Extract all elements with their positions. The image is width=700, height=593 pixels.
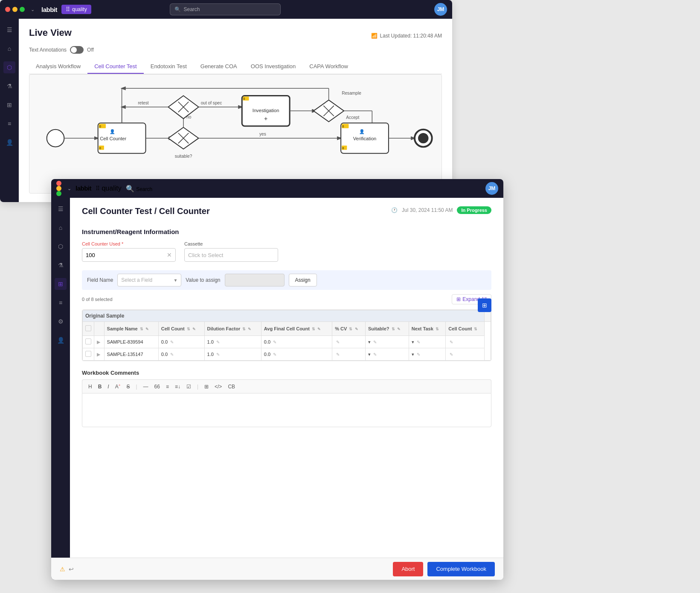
close-dot[interactable] — [5, 7, 10, 12]
row1-avg-edit[interactable]: ✎ — [273, 340, 276, 344]
sidebar-icon-user[interactable]: 👤 — [3, 136, 15, 148]
tab-oos-investigation[interactable]: OOS Investigation — [244, 60, 303, 74]
sort-icon-sample[interactable]: ⇅ — [140, 327, 143, 331]
page-title: Live View — [29, 27, 72, 38]
edit-icon-avg[interactable]: ✎ — [317, 327, 322, 332]
row2-suitable-chevron[interactable]: ▾ — [368, 352, 371, 357]
front-sidebar-user[interactable]: 👤 — [55, 334, 67, 346]
minimize-dot-front[interactable] — [56, 186, 61, 191]
editor-hr[interactable]: — — [142, 383, 150, 391]
sidebar-icon-home[interactable]: ⌂ — [3, 43, 15, 55]
back-topbar: ⌄ labbit ⠿ quality 🔍 Search JM — [0, 0, 452, 19]
search-bar[interactable]: 🔍 Search — [170, 3, 281, 15]
row1-cell2-edit[interactable]: ✎ — [450, 340, 453, 344]
editor-bold[interactable]: B — [96, 383, 104, 391]
tab-analysis-workflow[interactable]: Analysis Workflow — [29, 60, 87, 74]
editor-code[interactable]: </> — [213, 383, 224, 391]
undo-icon[interactable]: ↩ — [69, 566, 74, 573]
row1-suitable-edit[interactable]: ✎ — [373, 340, 377, 344]
row2-cv-edit[interactable]: ✎ — [336, 352, 340, 357]
sidebar-icon-flask[interactable]: ⚗ — [3, 80, 15, 92]
edit-icon-cell-count[interactable]: ✎ — [192, 327, 197, 332]
row1-task-edit[interactable]: ✎ — [417, 340, 420, 344]
front-app-badge[interactable]: ⠿ quality — [96, 185, 122, 192]
maximize-dot-front[interactable] — [56, 191, 61, 196]
tab-cell-counter-test[interactable]: Cell Counter Test — [87, 60, 143, 74]
select-all-checkbox[interactable] — [85, 325, 91, 331]
cell-counter-clear[interactable]: ✕ — [167, 252, 172, 258]
editor-h[interactable]: H — [87, 383, 94, 391]
sidebar-icon-list[interactable]: ≡ — [3, 118, 15, 130]
editor-ordered[interactable]: ≡↓ — [173, 383, 182, 391]
editor-cb[interactable]: CB — [226, 383, 237, 391]
row2-cell2-edit[interactable]: ✎ — [450, 352, 453, 357]
field-select[interactable]: Select a Field ▼ — [117, 274, 181, 286]
row1-dilution-edit[interactable]: ✎ — [216, 340, 220, 344]
editor-bullet[interactable]: ≡ — [164, 383, 171, 391]
expand-panel-icon[interactable]: ⊞ — [478, 298, 491, 312]
edit-icon-suitable[interactable]: ✎ — [396, 327, 401, 332]
row2-avg-edit[interactable]: ✎ — [273, 352, 276, 357]
sidebar-icon-workflow[interactable]: ⬡ — [3, 61, 15, 73]
front-sidebar-settings[interactable]: ⚙ — [55, 315, 67, 327]
row2-edit-icon[interactable]: ✎ — [170, 352, 174, 357]
edit-icon-sample[interactable]: ✎ — [145, 327, 150, 332]
editor-num[interactable]: 66 — [153, 383, 162, 391]
row1-checkbox[interactable] — [83, 336, 94, 348]
tab-capa-workflow[interactable]: CAPA Workflow — [302, 60, 355, 74]
cell-counter-input[interactable]: 100 ✕ — [82, 248, 176, 262]
row2-task-chevron[interactable]: ▾ — [412, 352, 414, 357]
minimize-dot[interactable] — [12, 7, 17, 12]
edit-icon-dilution[interactable]: ✎ — [247, 327, 252, 332]
row1-cv-edit[interactable]: ✎ — [336, 340, 340, 344]
sort-icon-cell-count[interactable]: ⇅ — [187, 327, 190, 331]
sort-icon-dilution[interactable]: ⇅ — [242, 327, 246, 331]
front-sidebar-workflow[interactable]: ⬡ — [55, 240, 67, 252]
row1-check[interactable] — [85, 338, 91, 344]
row1-edit-icon[interactable]: ✎ — [170, 340, 174, 344]
row2-dilution: 1.0 ✎ — [204, 348, 261, 361]
row1-expand[interactable]: ▶ — [94, 336, 105, 348]
front-sidebar-list[interactable]: ≡ — [55, 297, 67, 309]
close-dot-front[interactable] — [56, 181, 61, 186]
front-sidebar-home[interactable]: ⌂ — [55, 222, 67, 234]
editor-strikethrough[interactable]: S — [125, 383, 131, 391]
table-row: ▶ SAMPLE-135147 0.0 ✎ 1.0 ✎ 0.0 ✎ — [83, 348, 491, 361]
front-sidebar-flask[interactable]: ⚗ — [55, 259, 67, 271]
sort-icon-next-task[interactable]: ⇅ — [436, 327, 439, 331]
sort-icon-cv[interactable]: ⇅ — [349, 327, 352, 331]
row2-suitable-edit[interactable]: ✎ — [373, 352, 377, 357]
front-sidebar-grid[interactable]: ⊞ — [55, 278, 67, 290]
sidebar-icon-menu[interactable]: ☰ — [3, 24, 15, 36]
complete-workbook-button[interactable]: Complete Workbook — [427, 562, 495, 576]
row2-expand[interactable]: ▶ — [94, 348, 105, 361]
abort-button[interactable]: Abort — [393, 562, 423, 576]
front-search-bar[interactable]: 🔍 Search — [126, 185, 152, 193]
sort-icon-avg[interactable]: ⇅ — [312, 327, 315, 331]
row2-check[interactable] — [85, 351, 91, 357]
editor-area[interactable] — [82, 393, 491, 427]
row2-task-edit[interactable]: ✎ — [417, 352, 420, 357]
sidebar-icon-grid[interactable]: ⊞ — [3, 99, 15, 111]
editor-checklist[interactable]: ☑ — [185, 383, 193, 391]
tab-endotoxin-test[interactable]: Endotoxin Test — [144, 60, 194, 74]
app-badge[interactable]: ⠿ quality — [61, 5, 91, 14]
sort-icon-suitable[interactable]: ⇅ — [392, 327, 395, 331]
edit-icon-cv[interactable]: ✎ — [354, 327, 359, 332]
assign-button[interactable]: Assign — [289, 274, 317, 286]
editor-italic[interactable]: I — [106, 383, 110, 391]
text-annotations-toggle[interactable] — [70, 46, 84, 54]
front-sidebar-collapse[interactable]: ☰ — [55, 203, 67, 215]
cassette-input[interactable]: Click to Select — [184, 248, 278, 262]
maximize-dot[interactable] — [20, 7, 25, 12]
row2-dilution-edit[interactable]: ✎ — [216, 352, 220, 357]
editor-text-color[interactable]: A+ — [113, 382, 122, 391]
tab-generate-coa[interactable]: Generate COA — [194, 60, 244, 74]
front-topbar: ⌄ labbit ⠿ quality 🔍 Search JM — [51, 179, 503, 198]
row2-checkbox[interactable] — [83, 348, 94, 361]
sort-icon-cell-count2[interactable]: ⇅ — [474, 327, 477, 331]
value-to-assign-input[interactable] — [225, 274, 285, 286]
row1-suitable-chevron[interactable]: ▾ — [368, 339, 371, 344]
row1-task-chevron[interactable]: ▾ — [412, 339, 414, 344]
editor-table[interactable]: ⊞ — [203, 383, 210, 391]
